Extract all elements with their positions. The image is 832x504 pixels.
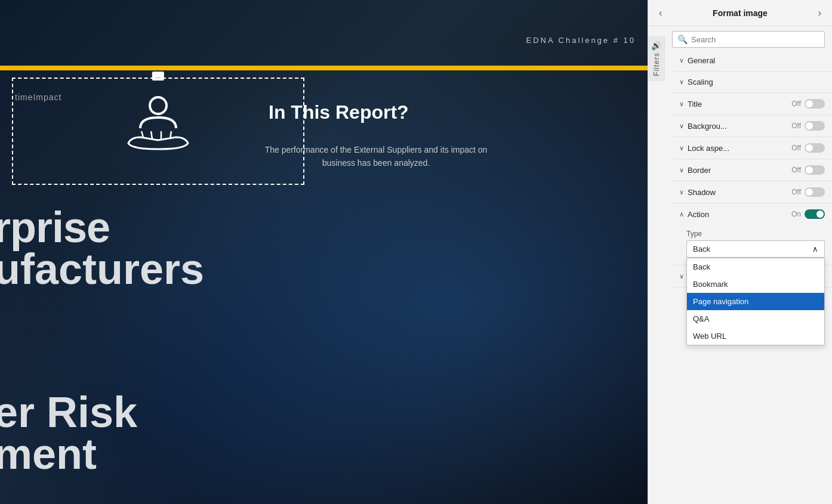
section-border-label: Border <box>688 166 711 175</box>
lockaspe-toggle[interactable] <box>805 143 825 153</box>
dropdown-item-back[interactable]: Back <box>687 258 824 276</box>
right-panel: ‹ Format image › 🔊 Filters 🔍 ∨ General ∨… <box>648 0 832 504</box>
type-dropdown-wrapper: Back ∧ Back Bookmark Page navigation Q&A… <box>686 240 825 258</box>
dropdown-chevron-icon: ∧ <box>812 245 818 253</box>
report-description: The performance of the External Supplier… <box>257 143 495 170</box>
chevron-title-icon: ∨ <box>679 100 684 108</box>
chevron-border-icon: ∨ <box>679 166 684 174</box>
dropdown-item-page-navigation[interactable]: Page navigation <box>687 293 824 310</box>
section-title-label: Title <box>688 100 702 109</box>
type-dropdown-list: Back Bookmark Page navigation Q&A Web UR… <box>686 258 825 345</box>
svg-line-1 <box>141 131 143 137</box>
action-toggle[interactable] <box>805 209 825 219</box>
title-toggle[interactable] <box>805 99 825 109</box>
section-scaling-label: Scaling <box>688 78 713 86</box>
section-background-label: Backgrou... <box>688 122 727 131</box>
big-text-manufacturers: ufacturers <box>0 245 204 293</box>
dropdown-item-qa[interactable]: Q&A <box>687 310 824 327</box>
shadow-state-label: Off <box>791 188 801 196</box>
yellow-bar <box>0 66 648 70</box>
section-shadow[interactable]: ∨ Shadow Off <box>672 181 832 203</box>
svg-point-0 <box>150 97 167 114</box>
chevron-background-icon: ∨ <box>679 122 684 130</box>
filters-label: Filters <box>652 52 661 76</box>
border-toggle[interactable] <box>805 165 825 175</box>
title-state-label: Off <box>791 100 801 108</box>
chevron-general-icon: ∨ <box>679 57 684 64</box>
search-input[interactable] <box>691 35 819 44</box>
chevron-visual-he-icon: ∨ <box>679 273 684 280</box>
border-state-label: Off <box>791 166 801 174</box>
search-box: 🔍 <box>672 31 825 48</box>
dropdown-selected-value: Back <box>693 245 710 253</box>
dropdown-item-web-url[interactable]: Web URL <box>687 327 824 345</box>
background-state-label: Off <box>791 122 801 130</box>
report-title: In This Report? <box>269 101 409 123</box>
section-general-label: General <box>688 56 715 65</box>
filters-strip: 🔊 Filters <box>648 36 665 81</box>
chevron-scaling-icon: ∨ <box>679 78 684 86</box>
person-hands-icon <box>122 92 194 170</box>
section-title[interactable]: ∨ Title Off <box>672 93 832 115</box>
image-box-handle[interactable]: ... <box>152 72 164 81</box>
section-action-label: Action <box>688 210 709 219</box>
section-action: ∧ Action On Type Back ∧ <box>672 203 832 265</box>
panel-title: Format image <box>713 8 768 18</box>
panel-back-button[interactable]: ‹ <box>655 7 665 20</box>
dropdown-item-bookmark[interactable]: Bookmark <box>687 276 824 293</box>
section-scaling[interactable]: ∨ Scaling <box>672 72 832 93</box>
type-label: Type <box>686 230 825 238</box>
section-lockaspe-label: Lock aspe... <box>688 144 729 153</box>
section-lock-aspect[interactable]: ∨ Lock aspe... Off <box>672 137 832 159</box>
lockaspe-state-label: Off <box>791 144 801 152</box>
section-border[interactable]: ∨ Border Off <box>672 159 832 181</box>
slide-header: EDNA Challenge # 10 <box>526 36 636 45</box>
speaker-icon: 🔊 <box>651 41 661 50</box>
svg-line-2 <box>151 131 152 139</box>
shadow-toggle[interactable] <box>805 187 825 197</box>
background-toggle[interactable] <box>805 121 825 131</box>
section-background[interactable]: ∨ Backgrou... Off <box>672 115 832 137</box>
action-body: Type Back ∧ Back Bookmark Page navigatio… <box>672 225 832 265</box>
chevron-lockaspe-icon: ∨ <box>679 144 684 152</box>
panel-body: ∨ General ∨ Scaling ∨ Title Off <box>648 50 832 504</box>
type-dropdown-button[interactable]: Back ∧ <box>686 240 825 258</box>
action-header[interactable]: ∧ Action On <box>672 203 832 225</box>
section-general[interactable]: ∨ General <box>672 50 832 72</box>
panel-header: ‹ Format image › <box>648 0 832 26</box>
chevron-action-icon: ∧ <box>679 211 684 218</box>
chevron-shadow-icon: ∨ <box>679 188 684 196</box>
panel-forward-button[interactable]: › <box>815 7 825 20</box>
action-state-label: On <box>791 210 801 218</box>
section-shadow-label: Shadow <box>688 188 716 197</box>
big-text-risk2: ment <box>0 429 97 478</box>
canvas-area: EDNA Challenge # 10 ... timeImpact In Th… <box>0 0 648 504</box>
slide-header-text: EDNA Challenge # 10 <box>526 36 636 45</box>
search-icon: 🔍 <box>677 35 688 44</box>
